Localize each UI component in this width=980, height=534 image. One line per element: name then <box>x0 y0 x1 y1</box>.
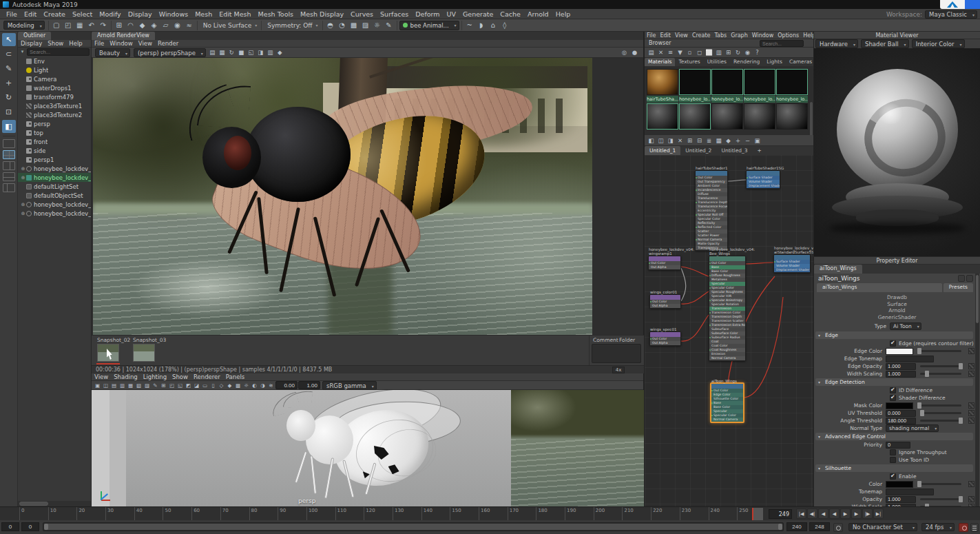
timeline-tick[interactable]: 150 <box>450 507 479 521</box>
scale-tool-icon[interactable]: ⊡ <box>2 105 16 119</box>
ao-icon[interactable]: ◑ <box>259 382 267 389</box>
property-editor-title[interactable]: Property Editor <box>814 257 980 265</box>
paint-select-tool-icon[interactable]: ✎ <box>2 62 16 75</box>
value-field[interactable] <box>886 410 916 417</box>
rendered-image[interactable] <box>93 58 592 335</box>
renderview-menu-item[interactable]: Window <box>107 40 136 47</box>
timeline-tick[interactable]: 90 <box>278 507 306 521</box>
tab-utilities[interactable]: Utilities <box>704 58 730 66</box>
shader-node[interactable]: honeybee_lockdev_v04: wingsramp1Out Colo… <box>648 256 681 270</box>
isolate-selected-icon[interactable]: ◎ <box>620 48 629 57</box>
tab-textures[interactable]: Textures <box>675 58 703 66</box>
outliner-search-input[interactable] <box>27 48 90 56</box>
menu-item[interactable]: Generate <box>459 10 497 18</box>
viewer-geometry-select[interactable]: Shader Ball <box>861 39 909 48</box>
paint-effects-icon[interactable]: ✎ <box>384 20 395 30</box>
timeline-tick[interactable]: 200 <box>594 507 623 521</box>
step-forward-frame-button[interactable]: ▶ <box>851 509 862 519</box>
attr-slider[interactable] <box>920 420 961 422</box>
hypershade-menu-item[interactable]: Create <box>690 32 713 39</box>
tab-cameras[interactable]: Cameras <box>786 58 815 66</box>
menu-item[interactable]: Mesh <box>191 10 216 18</box>
attr-slider[interactable] <box>917 350 961 352</box>
play-backwards-button[interactable]: ◀ <box>829 509 840 519</box>
debug-shading-icon[interactable]: ◆ <box>275 48 284 57</box>
viewport-menu-item[interactable]: Lighting <box>140 373 169 380</box>
go-to-end-button[interactable]: ▶| <box>873 509 884 519</box>
zoom-in-icon[interactable]: + <box>733 136 742 145</box>
exposure-field[interactable] <box>275 381 298 389</box>
map-button[interactable] <box>968 348 974 354</box>
aov-select[interactable]: Beauty <box>95 48 130 57</box>
lock-camera-icon[interactable]: ◫ <box>102 382 110 389</box>
snapshot-icon[interactable]: ◨ <box>256 48 265 57</box>
current-tool-icon[interactable]: ◧ <box>2 120 16 133</box>
tab-materials[interactable]: Materials <box>645 58 675 66</box>
undo-icon[interactable]: ↶ <box>86 20 97 30</box>
open-image-icon[interactable]: ▤ <box>208 48 217 57</box>
make-live-icon[interactable]: ◉ <box>172 20 183 30</box>
playback-range[interactable] <box>44 524 782 530</box>
show-hide-icon[interactable] <box>966 275 973 282</box>
map-button[interactable] <box>968 418 974 424</box>
current-time-field[interactable]: 249 <box>769 509 792 519</box>
shader-node-attr[interactable]: Displacement Shader <box>747 184 780 188</box>
menu-item[interactable]: Create <box>40 10 69 18</box>
slider-handle[interactable] <box>917 481 921 487</box>
material-swatch[interactable] <box>776 69 808 95</box>
material-swatch[interactable] <box>776 103 808 130</box>
outliner-item[interactable]: defaultObjectSet <box>18 191 91 200</box>
section-silhouette[interactable]: Silhouette <box>815 464 973 472</box>
material-swatch[interactable] <box>647 69 678 95</box>
hypershade-menu-item[interactable]: Window <box>750 32 776 39</box>
section-edge-detection[interactable]: Edge Detection <box>815 378 973 386</box>
menu-item[interactable]: Mesh Display <box>297 10 347 18</box>
resolution-gate-icon[interactable]: ◱ <box>176 382 184 389</box>
animation-preferences-button[interactable] <box>970 523 979 532</box>
slider-handle[interactable] <box>959 496 963 502</box>
focus-icon[interactable] <box>958 275 965 282</box>
outliner-item[interactable]: ⊕honeybee_lockdev_v04 <box>18 209 91 218</box>
checkbox-shader-difference[interactable] <box>890 395 896 401</box>
fps-select[interactable]: 24 fps <box>921 523 955 531</box>
four-pane-layout-button[interactable] <box>3 150 15 159</box>
slider-handle[interactable] <box>917 402 921 409</box>
single-pane-layout-button[interactable] <box>3 139 15 148</box>
save-scene-icon[interactable]: ▦ <box>74 20 85 30</box>
attr-slider[interactable] <box>920 412 961 414</box>
shader-node-attr[interactable]: Out Alpha <box>649 265 680 269</box>
folder-label[interactable]: Folder <box>619 337 635 343</box>
shader-node-attr[interactable]: Normal Camera <box>709 356 745 360</box>
graph-tab[interactable]: + <box>753 146 767 155</box>
bookmark-icon[interactable]: ▥ <box>118 382 126 389</box>
symmetry-label[interactable]: Symmetry: Off <box>267 22 312 29</box>
textured-icon[interactable]: ▩ <box>234 382 242 389</box>
node-tab[interactable]: aiToon_Wings <box>817 283 942 292</box>
region-render-icon[interactable]: ◱ <box>247 48 256 57</box>
material-preview[interactable] <box>814 48 980 256</box>
list-view-icon[interactable]: ▥ <box>714 48 723 57</box>
timeline-tick[interactable]: 240 <box>709 507 738 521</box>
viewer-renderer-select[interactable]: Hardware <box>815 39 858 48</box>
viewport-menu-item[interactable]: View <box>92 373 111 380</box>
persp-outliner-layout-button[interactable] <box>3 161 15 170</box>
material-swatch[interactable] <box>647 103 678 130</box>
create-material-icon[interactable]: ▤ <box>647 48 656 57</box>
filter-icon[interactable]: ▼ <box>676 48 685 57</box>
shader-node[interactable]: honeybee_lockdev_v04: aiStandardSurface5… <box>773 254 811 273</box>
light-editor-icon[interactable]: ☼ <box>372 20 383 30</box>
character-set-select[interactable]: No Character Set <box>848 523 917 531</box>
hypershade-menu-item[interactable]: File <box>645 32 658 39</box>
color-swatch[interactable] <box>886 402 913 409</box>
auto-key-button[interactable] <box>959 523 968 532</box>
large-swatch-icon[interactable]: ⬜ <box>705 48 713 57</box>
outliner-item[interactable]: Camera <box>18 74 91 83</box>
menu-item[interactable]: Select <box>69 10 96 18</box>
menu-set-select[interactable]: Modeling <box>3 21 45 30</box>
step-back-frame-button[interactable]: ◀ <box>818 509 828 519</box>
presets-button[interactable]: Presets <box>943 283 973 292</box>
section-edge[interactable]: Edge <box>815 331 973 339</box>
clay-bee-model[interactable] <box>195 390 512 506</box>
outliner-item[interactable]: top <box>18 128 91 137</box>
two-d-pan-icon[interactable]: ▧ <box>135 382 143 389</box>
